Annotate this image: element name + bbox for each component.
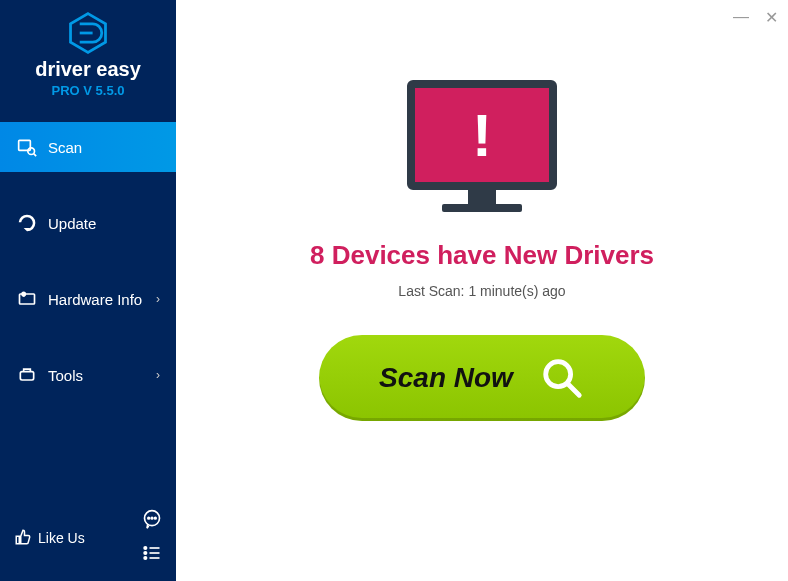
update-icon (16, 212, 38, 234)
svg-point-11 (148, 517, 150, 519)
svg-point-12 (151, 517, 153, 519)
svg-text:i: i (23, 292, 24, 297)
svg-point-18 (144, 557, 147, 560)
chevron-right-icon: › (156, 368, 160, 382)
last-scan-text: Last Scan: 1 minute(s) ago (398, 283, 565, 299)
chevron-right-icon: › (156, 292, 160, 306)
close-button[interactable]: ✕ (765, 8, 778, 27)
svg-rect-9 (20, 372, 33, 380)
svg-line-4 (34, 154, 37, 157)
sidebar-item-label: Tools (48, 367, 83, 384)
sidebar-item-label: Hardware Info (48, 291, 142, 308)
like-us-label: Like Us (38, 530, 85, 546)
svg-point-13 (155, 517, 157, 519)
monitor-stand (468, 190, 496, 204)
thumbs-up-icon (14, 528, 32, 549)
sidebar-item-scan[interactable]: Scan (0, 122, 176, 172)
minimize-button[interactable]: — (733, 8, 749, 27)
sidebar-item-hardware-info[interactable]: i Hardware Info › (0, 274, 176, 324)
hardware-info-icon: i (16, 288, 38, 310)
monitor-base (442, 204, 522, 212)
like-us-button[interactable]: Like Us (14, 528, 85, 549)
scan-now-button[interactable]: Scan Now (319, 335, 645, 421)
logo-icon (65, 10, 111, 56)
version-label: PRO V 5.5.0 (0, 83, 176, 98)
svg-point-16 (144, 552, 147, 555)
sidebar-item-update[interactable]: Update (0, 198, 176, 248)
list-icon[interactable] (142, 543, 162, 567)
main-content: ! 8 Devices have New Drivers Last Scan: … (176, 0, 788, 581)
magnifier-icon (539, 355, 585, 401)
sidebar: driver easy PRO V 5.5.0 Scan (0, 0, 176, 581)
tools-icon (16, 364, 38, 386)
chat-icon[interactable] (142, 509, 162, 533)
svg-line-21 (568, 384, 580, 396)
sidebar-item-tools[interactable]: Tools › (0, 350, 176, 400)
scan-icon (16, 136, 38, 158)
nav: Scan Update i (0, 122, 176, 426)
svg-point-14 (144, 547, 147, 550)
scan-now-label: Scan Now (379, 362, 513, 394)
headline: 8 Devices have New Drivers (310, 240, 654, 271)
alert-screen: ! (407, 80, 557, 190)
alert-mark: ! (472, 101, 492, 170)
sidebar-item-label: Update (48, 215, 96, 232)
monitor-graphic: ! (407, 80, 557, 212)
brand-name: driver easy (0, 58, 176, 81)
logo-block: driver easy PRO V 5.5.0 (0, 0, 176, 108)
sidebar-item-label: Scan (48, 139, 82, 156)
